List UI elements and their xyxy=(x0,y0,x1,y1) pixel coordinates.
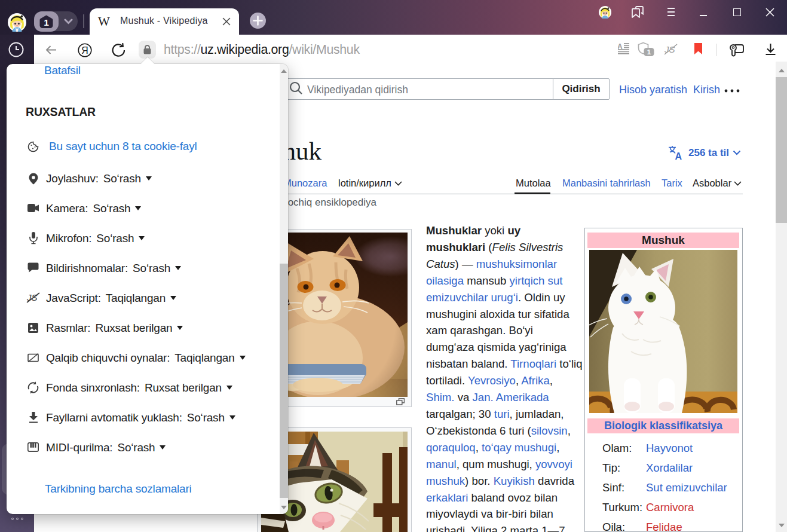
svg-text:1: 1 xyxy=(44,17,49,27)
svg-text:R: R xyxy=(81,45,88,56)
svg-text:JS: JS xyxy=(26,292,38,302)
svg-text:1: 1 xyxy=(647,48,651,56)
svg-text:JS: JS xyxy=(664,44,675,54)
